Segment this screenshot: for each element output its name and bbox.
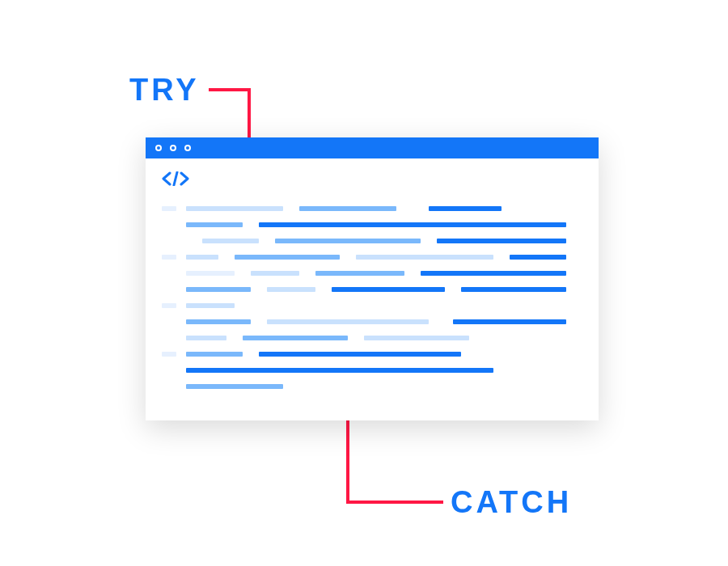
code-segment [162,303,176,308]
code-segment [186,222,243,227]
code-segment [332,287,445,292]
code-row [162,249,582,265]
code-row [162,217,582,233]
window-titlebar [146,137,599,158]
code-row [162,378,582,395]
code-segment [315,271,404,276]
titlebar-dot [170,145,176,151]
code-segment [429,206,502,211]
code-angle-brackets-icon [162,171,189,186]
code-segment [186,271,235,276]
code-segment [453,319,566,324]
code-segment [186,352,243,357]
code-row [162,298,582,314]
code-segment [186,368,493,373]
code-segment [510,255,566,260]
code-segment [186,255,218,260]
code-segment [186,303,235,308]
code-segment [162,352,176,357]
code-row [162,281,582,298]
code-row [162,330,582,346]
code-segment [186,319,251,324]
code-window [146,137,599,420]
code-segment [251,271,299,276]
code-segment [186,384,283,389]
code-segment [364,336,469,340]
code-row [162,346,582,362]
code-segment [162,206,176,211]
code-segment [186,287,251,292]
code-segment [259,222,566,227]
titlebar-dot [184,145,191,151]
code-segment [275,239,421,243]
titlebar-dot [155,145,162,151]
code-row [162,201,582,217]
code-segment [461,287,566,292]
code-segment [186,336,226,340]
code-row [162,314,582,330]
code-segment [267,287,315,292]
code-segment [243,336,348,340]
code-segment [299,206,396,211]
code-segment [235,255,340,260]
code-segment [162,255,176,260]
code-row [162,265,582,281]
code-segment [202,239,259,243]
code-row [162,233,582,249]
code-segment [267,319,429,324]
code-segment [421,271,566,276]
code-row [162,362,582,378]
code-segment [437,239,566,243]
code-segment [186,206,283,211]
code-lines [162,201,582,395]
code-segment [356,255,493,260]
code-segment [259,352,461,357]
